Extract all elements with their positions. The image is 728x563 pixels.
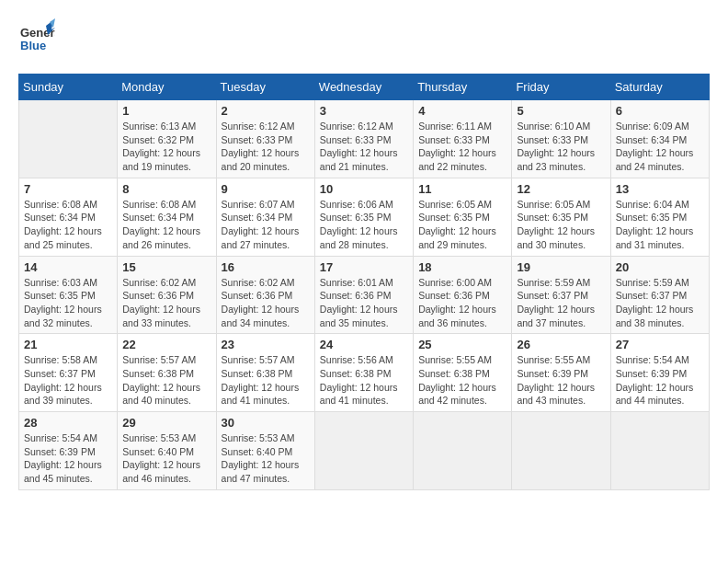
calendar-cell [512,412,610,490]
day-info: Sunrise: 5:53 AM Sunset: 6:40 PM Dayligh… [122,431,210,486]
calendar-cell: 15Sunrise: 6:02 AM Sunset: 6:36 PM Dayli… [118,256,216,334]
day-info: Sunrise: 5:59 AM Sunset: 6:37 PM Dayligh… [616,276,704,330]
calendar-day-header: Wednesday [314,75,413,100]
calendar-cell: 20Sunrise: 5:59 AM Sunset: 6:37 PM Dayli… [610,256,709,334]
day-number: 11 [418,182,506,196]
day-info: Sunrise: 6:04 AM Sunset: 6:35 PM Dayligh… [616,198,704,252]
day-number: 8 [122,182,210,196]
calendar-day-header: Monday [118,75,216,100]
day-number: 21 [24,338,112,351]
calendar-day-header: Thursday [414,75,512,100]
calendar-cell: 14Sunrise: 6:03 AM Sunset: 6:35 PM Dayli… [19,256,118,334]
calendar-cell: 3Sunrise: 6:12 AM Sunset: 6:33 PM Daylig… [314,100,413,178]
calendar-cell: 27Sunrise: 5:54 AM Sunset: 6:39 PM Dayli… [610,334,709,412]
calendar-header-row: SundayMondayTuesdayWednesdayThursdayFrid… [19,75,710,100]
day-info: Sunrise: 6:06 AM Sunset: 6:35 PM Dayligh… [320,198,408,252]
day-number: 14 [24,260,112,274]
calendar-table: SundayMondayTuesdayWednesdayThursdayFrid… [18,74,710,490]
day-info: Sunrise: 5:57 AM Sunset: 6:38 PM Dayligh… [222,353,310,408]
calendar-cell: 17Sunrise: 6:01 AM Sunset: 6:36 PM Dayli… [314,256,413,334]
calendar-cell: 11Sunrise: 6:05 AM Sunset: 6:35 PM Dayli… [414,178,512,256]
day-info: Sunrise: 6:08 AM Sunset: 6:34 PM Dayligh… [122,198,210,252]
calendar-cell: 26Sunrise: 5:55 AM Sunset: 6:39 PM Dayli… [512,334,610,412]
day-info: Sunrise: 6:01 AM Sunset: 6:36 PM Dayligh… [320,276,408,330]
calendar-day-header: Friday [512,75,610,100]
day-number: 30 [222,416,310,430]
day-info: Sunrise: 6:13 AM Sunset: 6:32 PM Dayligh… [122,120,210,174]
day-number: 4 [418,104,506,118]
calendar-day-header: Sunday [19,75,118,100]
day-number: 19 [517,260,605,274]
day-info: Sunrise: 5:55 AM Sunset: 6:38 PM Dayligh… [418,353,506,408]
calendar-day-header: Saturday [610,75,709,100]
day-info: Sunrise: 6:07 AM Sunset: 6:34 PM Dayligh… [222,198,310,252]
svg-text:Blue: Blue [20,39,46,52]
day-info: Sunrise: 6:05 AM Sunset: 6:35 PM Dayligh… [517,198,605,252]
day-number: 15 [122,260,210,274]
calendar-cell: 29Sunrise: 5:53 AM Sunset: 6:40 PM Dayli… [118,412,216,490]
day-number: 24 [320,338,408,351]
day-info: Sunrise: 5:55 AM Sunset: 6:39 PM Dayligh… [517,353,605,408]
day-number: 23 [222,338,310,351]
day-info: Sunrise: 6:08 AM Sunset: 6:34 PM Dayligh… [24,198,112,252]
calendar-cell: 13Sunrise: 6:04 AM Sunset: 6:35 PM Dayli… [610,178,709,256]
calendar-cell [314,412,413,490]
calendar-cell: 4Sunrise: 6:11 AM Sunset: 6:33 PM Daylig… [414,100,512,178]
day-info: Sunrise: 5:54 AM Sunset: 6:39 PM Dayligh… [616,353,704,408]
calendar-week-row: 1Sunrise: 6:13 AM Sunset: 6:32 PM Daylig… [19,100,710,178]
day-number: 12 [517,182,605,196]
day-info: Sunrise: 6:02 AM Sunset: 6:36 PM Dayligh… [222,276,310,330]
page-header: General Blue [18,18,710,59]
day-number: 18 [418,260,506,274]
calendar-cell: 6Sunrise: 6:09 AM Sunset: 6:34 PM Daylig… [610,100,709,178]
calendar-cell: 21Sunrise: 5:58 AM Sunset: 6:37 PM Dayli… [19,334,118,412]
day-number: 16 [222,260,310,274]
day-number: 7 [24,182,112,196]
calendar-cell: 8Sunrise: 6:08 AM Sunset: 6:34 PM Daylig… [118,178,216,256]
day-info: Sunrise: 5:53 AM Sunset: 6:40 PM Dayligh… [222,431,310,486]
day-number: 6 [616,104,704,118]
day-info: Sunrise: 5:58 AM Sunset: 6:37 PM Dayligh… [24,353,112,408]
calendar-day-header: Tuesday [216,75,314,100]
day-number: 28 [24,416,112,430]
day-number: 25 [418,338,506,351]
calendar-cell: 16Sunrise: 6:02 AM Sunset: 6:36 PM Dayli… [216,256,314,334]
day-number: 29 [122,416,210,430]
logo-icon: General Blue [18,18,55,55]
day-info: Sunrise: 5:56 AM Sunset: 6:38 PM Dayligh… [320,353,408,408]
day-info: Sunrise: 6:12 AM Sunset: 6:33 PM Dayligh… [320,120,408,174]
calendar-cell: 10Sunrise: 6:06 AM Sunset: 6:35 PM Dayli… [314,178,413,256]
day-number: 5 [517,104,605,118]
calendar-cell: 1Sunrise: 6:13 AM Sunset: 6:32 PM Daylig… [118,100,216,178]
day-number: 1 [122,104,210,118]
day-number: 9 [222,182,310,196]
calendar-cell: 7Sunrise: 6:08 AM Sunset: 6:34 PM Daylig… [19,178,118,256]
day-info: Sunrise: 6:12 AM Sunset: 6:33 PM Dayligh… [222,120,310,174]
day-info: Sunrise: 6:00 AM Sunset: 6:36 PM Dayligh… [418,276,506,330]
day-number: 13 [616,182,704,196]
calendar-cell [414,412,512,490]
day-info: Sunrise: 5:57 AM Sunset: 6:38 PM Dayligh… [122,353,210,408]
calendar-week-row: 28Sunrise: 5:54 AM Sunset: 6:39 PM Dayli… [19,412,710,490]
day-info: Sunrise: 5:54 AM Sunset: 6:39 PM Dayligh… [24,431,112,486]
calendar-cell [610,412,709,490]
calendar-cell [19,100,118,178]
day-number: 27 [616,338,704,351]
day-number: 22 [122,338,210,351]
calendar-week-row: 7Sunrise: 6:08 AM Sunset: 6:34 PM Daylig… [19,178,710,256]
logo: General Blue [18,18,55,59]
calendar-cell: 28Sunrise: 5:54 AM Sunset: 6:39 PM Dayli… [19,412,118,490]
day-info: Sunrise: 5:59 AM Sunset: 6:37 PM Dayligh… [517,276,605,330]
calendar-week-row: 14Sunrise: 6:03 AM Sunset: 6:35 PM Dayli… [19,256,710,334]
day-info: Sunrise: 6:03 AM Sunset: 6:35 PM Dayligh… [24,276,112,330]
day-info: Sunrise: 6:11 AM Sunset: 6:33 PM Dayligh… [418,120,506,174]
day-info: Sunrise: 6:10 AM Sunset: 6:33 PM Dayligh… [517,120,605,174]
calendar-cell: 19Sunrise: 5:59 AM Sunset: 6:37 PM Dayli… [512,256,610,334]
calendar-cell: 22Sunrise: 5:57 AM Sunset: 6:38 PM Dayli… [118,334,216,412]
day-number: 17 [320,260,408,274]
day-number: 26 [517,338,605,351]
calendar-cell: 24Sunrise: 5:56 AM Sunset: 6:38 PM Dayli… [314,334,413,412]
calendar-cell: 23Sunrise: 5:57 AM Sunset: 6:38 PM Dayli… [216,334,314,412]
day-info: Sunrise: 6:09 AM Sunset: 6:34 PM Dayligh… [616,120,704,174]
calendar-cell: 9Sunrise: 6:07 AM Sunset: 6:34 PM Daylig… [216,178,314,256]
